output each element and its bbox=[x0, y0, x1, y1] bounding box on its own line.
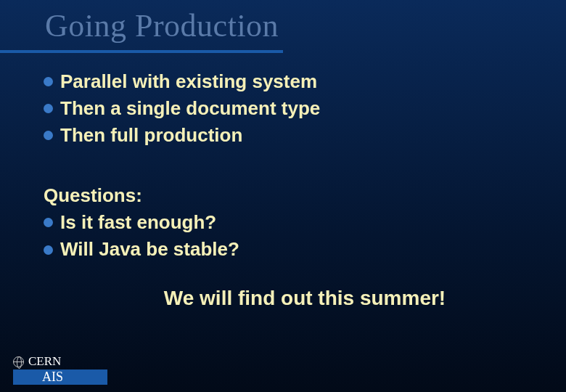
slide-content: Parallel with existing system Then a sin… bbox=[0, 53, 566, 311]
bullet-item: Then full production bbox=[44, 123, 537, 148]
footer: CERN AIS bbox=[13, 354, 107, 385]
question-item: Is it fast enough? bbox=[44, 210, 537, 235]
footer-dept: AIS bbox=[42, 369, 63, 384]
footer-org-line: CERN bbox=[13, 354, 107, 369]
bullet-icon bbox=[44, 131, 53, 140]
bullet-icon bbox=[44, 218, 53, 227]
globe-icon bbox=[13, 356, 24, 367]
slide-title: Going Production bbox=[0, 0, 566, 50]
questions-block: Questions: Is it fast enough? Will Java … bbox=[44, 183, 537, 262]
bullet-icon bbox=[44, 77, 53, 86]
question-item: Will Java be stable? bbox=[44, 237, 537, 262]
footer-dept-bar: AIS bbox=[13, 369, 107, 385]
closing-statement: We will find out this summer! bbox=[44, 285, 537, 312]
bullet-text: Then full production bbox=[60, 123, 242, 148]
question-text: Will Java be stable? bbox=[60, 237, 239, 262]
questions-heading: Questions: bbox=[44, 183, 537, 208]
bullet-icon bbox=[44, 104, 53, 113]
bullet-item: Parallel with existing system bbox=[44, 69, 537, 94]
bullet-item: Then a single document type bbox=[44, 96, 537, 121]
footer-org: CERN bbox=[28, 354, 61, 369]
question-text: Is it fast enough? bbox=[60, 210, 216, 235]
bullet-text: Then a single document type bbox=[60, 96, 320, 121]
bullet-icon bbox=[44, 245, 53, 255]
bullet-text: Parallel with existing system bbox=[60, 69, 317, 94]
